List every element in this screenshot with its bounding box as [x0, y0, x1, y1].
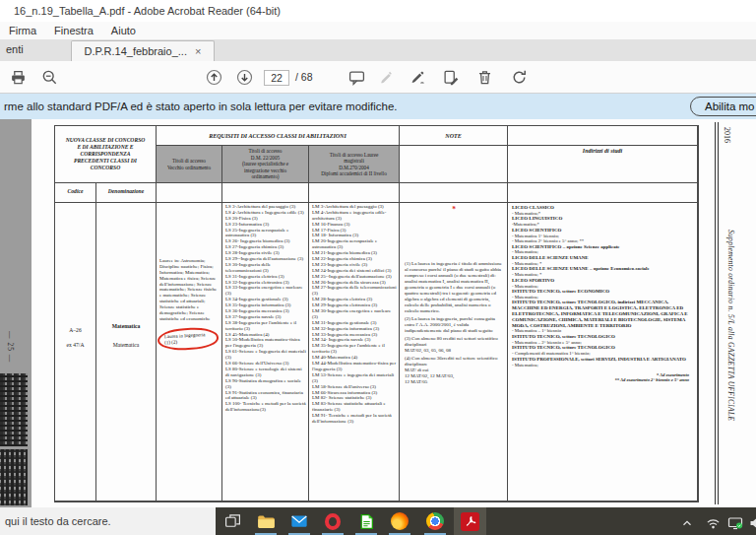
degree-line: LM 30-Ingegneria energetica e nucleare (… [312, 308, 397, 320]
degree-line: LS 100- Tecniche e metodi per la società… [225, 401, 306, 413]
page-down-icon[interactable] [236, 69, 253, 86]
sign-document-icon[interactable] [443, 69, 460, 86]
acrobat-window: 16_n.19_Tabella_A.pdf - Adobe Acrobat Re… [0, 0, 756, 535]
pdfa-notice-bar: rme allo standard PDF/A ed è stato apert… [0, 94, 756, 119]
chrome-icon[interactable] [425, 511, 445, 531]
opera-icon[interactable] [323, 511, 343, 531]
file-explorer-icon[interactable] [256, 511, 276, 531]
cell-lauree-specialistiche: LS 3-Architettura del paesaggio (3)LS 4-… [222, 203, 309, 502]
degree-line: LS 25-Ingegneria aerospaziale e astronau… [225, 228, 306, 239]
menu-item[interactable]: Finestra [45, 25, 102, 36]
footnote-line: ** Ad esaurimento 2° biennio e 5° anno [512, 377, 689, 382]
indirizzi-entry: LICEO DELLE SCIENZE UMANE - Matematica; … [512, 255, 693, 266]
degree-line: LM 20-Ingegneria aerospaziale e astronau… [312, 238, 397, 250]
degree-line: LS 80-Scienze e tecnologie dei sistemi d… [225, 367, 306, 378]
window-title: 16_n.19_Tabella_A.pdf - Adobe Acrobat Re… [0, 0, 756, 22]
header-titoli-lm: Titoli di accesso Lauree magistrali D.M.… [309, 146, 400, 183]
windows-taskbar: qui il testo da cercare. [0, 507, 756, 535]
indirizzi-entry: ISTITUTO TECNICO, settore ECONOMICO - Ma… [512, 289, 693, 300]
degree-line: LM 44-Modellistica matematico-fisica per… [312, 361, 397, 372]
indirizzi-entry: LICEO DELLE SCIENZE UMANE – opzione Econ… [512, 266, 693, 277]
header-titoli-dm22: Titoli di accesso D.M. 22/2005 (lauree s… [222, 146, 309, 183]
header-nuova-classe: NUOVA CLASSE DI CONCORSO E DI ABILITAZIO… [55, 126, 157, 183]
cell-note: * (1) La laurea in ingegneria è titolo d… [400, 203, 508, 502]
menu-item[interactable]: Firma [0, 25, 45, 36]
gazzetta-rule [715, 122, 719, 504]
cell-indirizzi: LICEO CLASSICO - Matematica;* LICEO LING… [508, 203, 698, 502]
degree-line: LM 83-Scienze statistiche attuariali e f… [312, 401, 397, 413]
note-list: (1) La laurea in ingegneria è titolo di … [405, 261, 503, 385]
header-denominazione: Denominazione [96, 183, 157, 203]
degree-line: LS 90-Statistica demografica e sociale (… [225, 378, 306, 390]
school-subjects: - Matematica; [512, 363, 693, 368]
barcode-block [0, 373, 28, 446]
delete-icon[interactable] [476, 69, 493, 86]
acrobat-reader-icon[interactable] [460, 511, 479, 531]
gazzetta-year: 2016 [723, 127, 731, 143]
pdf-viewport[interactable]: — 25 — NUOVA CLASSE DI CONCORSO E DI ABI… [0, 119, 756, 507]
school-name: ISTITUTO TECNICO, settore TECNOLOGICO, i… [512, 300, 693, 328]
degree-line: LM 4-Architettura e ingegneria edile-arc… [312, 210, 397, 222]
note-spacer [400, 146, 508, 183]
degree-line: LM 24-Ingegneria dei sistemi edilizi (3) [312, 268, 397, 274]
note-paragraph: (2) La laurea in ingegneria, purché cons… [405, 316, 503, 334]
indirizzi-list: LICEO CLASSICO - Matematica;* LICEO LING… [512, 205, 693, 368]
tab-label: D.P.R.14_febbraio_... [85, 45, 187, 57]
task-view-icon[interactable] [222, 511, 242, 531]
cell-titoli-vecchio: Lauree in: Astronomia; Discipline nautic… [157, 203, 222, 502]
taskbar-search-box[interactable]: qui il testo da cercare. [0, 507, 216, 535]
degree-line: LS 38-Ingegneria per l'ambiente e il ter… [225, 320, 306, 332]
header-indirizzi-spacer [508, 126, 698, 146]
indirizzi-entry: LICEO SCIENTIFICO – opzione Scienze appl… [512, 244, 693, 255]
menu-item[interactable]: Aiuto [102, 25, 145, 36]
cell-lauree-magistrali: LM 3-Architettura del paesaggio (3)LM 4-… [309, 203, 400, 502]
cell-codice: A–26 ex 47/A [55, 203, 96, 502]
firefox-icon[interactable] [390, 511, 410, 531]
page-number-input[interactable] [264, 70, 289, 86]
volume-icon[interactable] [746, 513, 756, 533]
gazzetta-side-text: Supplemento ordinario n. 5/L alla GAZZET… [726, 230, 735, 421]
red-asterisk-annotation: * [405, 205, 503, 214]
comment-icon[interactable] [348, 69, 365, 86]
zoom-out-icon[interactable] [41, 69, 58, 86]
concorso-table: NUOVA CLASSE DI CONCORSO E DI ABILITAZIO… [54, 125, 699, 502]
school-name: ISTITUTO PROFESSIONALE, settori SERVIZI,… [512, 357, 693, 363]
tab-active-document[interactable]: D.P.R.14_febbraio_... × [71, 40, 215, 61]
print-icon[interactable] [10, 69, 27, 86]
notice-text: rme allo standard PDF/A ed è stato apert… [4, 100, 398, 112]
fill-sign-icon[interactable] [410, 69, 426, 86]
mail-icon[interactable] [289, 511, 309, 531]
libreoffice-icon[interactable] [356, 511, 376, 531]
toolbar: / 68 [0, 61, 756, 94]
highlighter-icon[interactable] [378, 69, 395, 86]
degree-line: LS 30-Ingegneria delle telecomunicazioni… [225, 262, 306, 274]
degree-line: LS 50-Modellistica matematico-fisica per… [225, 337, 306, 349]
page-total-label: / 68 [295, 71, 313, 83]
gazzetta-page-number: — 25 — [6, 331, 15, 363]
refresh-icon[interactable] [511, 69, 528, 86]
tab-partial-left[interactable]: enti [6, 43, 24, 55]
indirizzi-entry: LICEO SCIENTIFICO - Matematica 1° bienni… [512, 228, 693, 244]
indirizzi-entry: ISTITUTO TECNICO, settore TECNOLOGICO, i… [512, 300, 693, 334]
degree-line: LM 91- Tecniche e metodi per la società … [312, 413, 397, 425]
note-paragraph: (1) La laurea in ingegneria è titolo di … [405, 261, 503, 314]
indirizzi-entry: ISTITUTO TECNICO, settore TECNOLOGICO - … [512, 334, 693, 345]
school-subjects: - Matematica 1° biennio;- Matematica 2° … [512, 234, 693, 244]
indirizzi-entry: ISTITUTO TECNICO, settore TECNOLOGICO - … [512, 345, 693, 356]
page-up-icon[interactable] [206, 69, 222, 86]
network-icon[interactable] [703, 513, 723, 533]
display-status-icon[interactable] [725, 513, 745, 533]
indirizzi-entry: LICEO LINGUISTICO -Matematica;* [512, 216, 693, 227]
tab-close-icon[interactable]: × [195, 45, 201, 57]
footnote-list: * Ad esaurimento** Ad esaurimento 2° bie… [512, 372, 693, 383]
indirizzi-entry: ISTITUTO PROFESSIONALE, settori SERVIZI,… [512, 357, 693, 368]
cell-denominazione: Matematica Matematica [96, 203, 157, 502]
degree-line: LM 53-Scienze e ingegneria dei materiali… [312, 372, 397, 384]
enable-editing-button[interactable]: Abilita mo [690, 97, 756, 116]
header-note: NOTE [400, 126, 508, 146]
header-requisiti: REQUISITI DI ACCESSO CLASSI DI ABILITAZI… [157, 126, 400, 146]
hidden-icons-chevron-icon[interactable] [677, 513, 697, 533]
header-codice: Codice [55, 183, 96, 203]
menu-bar: FirmaFinestraAiuto [0, 22, 756, 39]
pdf-page: NUOVA CLASSE DI CONCORSO E DI ABILITAZIO… [32, 119, 756, 507]
